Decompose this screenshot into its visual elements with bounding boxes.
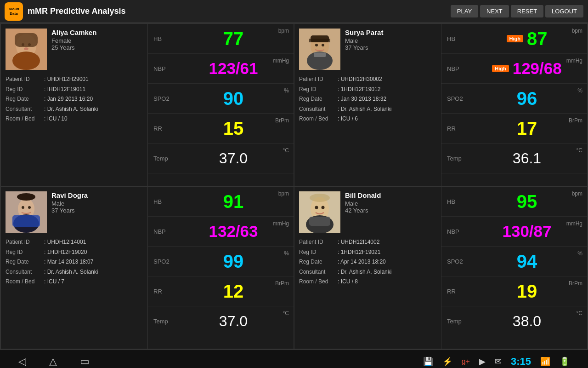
vital-rr-2: RR 17 BrPm — [441, 114, 587, 144]
hb-unit-4: bpm — [572, 190, 582, 197]
patient-name-2: Surya Parat — [345, 29, 383, 36]
header-buttons: PLAY NEXT RESET LOGOUT — [451, 5, 583, 17]
nbp-label-3: NBP — [153, 228, 179, 235]
home-icon[interactable]: △ — [49, 356, 57, 368]
svg-point-25 — [315, 206, 318, 209]
svg-rect-14 — [314, 52, 326, 57]
patient-header-3: Ravi Dogra Male 37 Years — [6, 191, 143, 233]
patient-card-2: Surya Parat Male 37 Years Patient ID: UH… — [294, 24, 587, 186]
svg-rect-11 — [309, 39, 330, 42]
svg-point-5 — [24, 47, 28, 50]
hb-value-2: 87 — [527, 29, 548, 49]
svg-rect-21 — [12, 215, 40, 227]
vital-nbp-2: NBP High 129/68 mmHg — [441, 54, 587, 84]
vital-nbp-1: NBP 123/61 mmHg — [148, 54, 294, 84]
patient-details-3: Patient ID: UHDH12I14001 Reg ID: 1HDH12F… — [6, 237, 143, 287]
vital-rr-3: RR 12 BrPm — [148, 276, 294, 306]
reset-button[interactable]: RESET — [511, 5, 543, 17]
patient-age-2: 37 Years — [345, 44, 383, 51]
patient-card-4: Bill Donald Male 42 Years Patient ID: UH… — [294, 187, 587, 349]
temp-value-2: 36.1 — [513, 150, 541, 167]
spo2-label-1: SPO2 — [153, 95, 179, 102]
patient-gender-3: Male — [51, 200, 88, 207]
recent-apps-icon[interactable]: ▭ — [80, 356, 90, 368]
patient-photo-2 — [299, 29, 340, 70]
hb-label-1: HB — [153, 35, 179, 42]
patient-grid: Aliya Camken Female 25 Years Patient ID:… — [0, 23, 588, 350]
rr-value-4: 19 — [517, 281, 537, 302]
patient-name-block-2: Surya Parat Male 37 Years — [345, 29, 383, 51]
app-title: mMR Predictive Analysis — [28, 6, 451, 16]
rr-unit-3: BrPm — [275, 280, 289, 287]
room-1: : ICU / 10 — [44, 114, 68, 124]
label-pid: Patient ID — [6, 75, 42, 85]
spo2-unit-4: % — [577, 250, 582, 257]
hb-label-3: HB — [153, 198, 179, 205]
vital-nbp-3: NBP 132/63 mmHg — [148, 217, 294, 247]
svg-point-18 — [22, 206, 24, 209]
hb-high-badge-2: High — [507, 35, 523, 42]
hb-value-4: 95 — [517, 191, 537, 212]
rr-label-3: RR — [153, 288, 179, 295]
patient-gender-1: Female — [51, 37, 96, 44]
nbp-value-4: 130/87 — [502, 222, 551, 241]
svg-point-26 — [322, 206, 325, 209]
rr-unit-2: BrPm — [569, 117, 582, 124]
gplus-icon: g+ — [462, 357, 470, 366]
vital-spo2-1: SPO2 90 % — [148, 84, 294, 114]
svg-rect-28 — [309, 217, 330, 226]
nbp-unit-3: mmHg — [273, 220, 289, 227]
svg-point-2 — [12, 52, 40, 70]
vital-spo2-4: SPO2 94 % — [441, 247, 587, 276]
spo2-value-2: 96 — [517, 88, 537, 109]
hb-value-1: 77 — [223, 29, 244, 49]
hb-unit-2: bpm — [572, 28, 582, 34]
vital-hb-2: HB High 87 bpm — [441, 24, 587, 54]
temp-unit-1: °C — [283, 147, 289, 154]
next-button[interactable]: NEXT — [480, 5, 509, 17]
temp-unit-4: °C — [577, 310, 582, 316]
patient-header-2: Surya Parat Male 37 Years — [299, 29, 436, 70]
gmail-icon: ✉ — [495, 356, 502, 367]
spo2-label-3: SPO2 — [153, 258, 179, 265]
patient-photo-1 — [6, 29, 47, 70]
hb-label-4: HB — [447, 198, 472, 205]
vital-nbp-4: NBP 130/87 mmHg — [441, 217, 587, 247]
spo2-value-3: 99 — [223, 251, 244, 272]
bottom-navigation: ◁ △ ▭ 💾 ⚡ g+ ▶ ✉ 3:15 📶 🔋 — [0, 350, 588, 368]
temp-label-4: Temp — [447, 318, 472, 325]
patient-name-4: Bill Donald — [345, 191, 381, 199]
spo2-unit-3: % — [284, 250, 289, 257]
rr-value-3: 12 — [223, 281, 244, 302]
nav-icons-right: 💾 ⚡ g+ ▶ ✉ 3:15 📶 🔋 — [423, 356, 570, 368]
temp-unit-3: °C — [283, 310, 289, 316]
label-rdate: Reg Date — [6, 94, 42, 104]
temp-label-3: Temp — [153, 318, 179, 325]
patient-details-4: Patient ID: UHDH12I14002 Reg ID: 1HDH12F… — [299, 237, 436, 287]
patient-name-3: Ravi Dogra — [51, 191, 88, 199]
vitals-panel-1: HB 77 bpm NBP 123/61 mmHg SPO2 90 % RR 1… — [148, 24, 294, 186]
play-button[interactable]: PLAY — [451, 5, 478, 17]
patient-header-4: Bill Donald Male 42 Years — [299, 191, 436, 233]
spo2-unit-2: % — [577, 87, 582, 94]
vital-hb-3: HB 91 bpm — [148, 187, 294, 217]
patient-details-2: Patient ID: UHDH12H30002 Reg ID: 1HDH12F… — [299, 75, 436, 124]
patient-info-1: Aliya Camken Female 25 Years Patient ID:… — [1, 24, 148, 186]
app-header: KloudData mMR Predictive Analysis PLAY N… — [0, 0, 588, 23]
svg-point-20 — [17, 193, 35, 201]
vital-temp-4: Temp 38.0 °C — [441, 306, 587, 336]
svg-point-12 — [315, 44, 318, 46]
temp-value-1: 37.0 — [219, 150, 248, 167]
patient-name-block-1: Aliya Camken Female 25 Years — [51, 29, 96, 51]
logout-button[interactable]: LOGOUT — [545, 5, 583, 17]
vitals-panel-3: HB 91 bpm NBP 132/63 mmHg SPO2 99 % RR 1… — [148, 187, 294, 349]
back-icon[interactable]: ◁ — [18, 356, 26, 368]
spo2-label-4: SPO2 — [447, 258, 472, 265]
vital-hb-4: HB 95 bpm — [441, 187, 587, 217]
nbp-value-2: 129/68 — [513, 59, 562, 78]
spo2-label-2: SPO2 — [447, 95, 472, 102]
rr-unit-1: BrPm — [275, 117, 289, 124]
battery-icon: 🔋 — [560, 356, 570, 367]
rdate-1: : Jan 29 2013 16:20 — [44, 94, 93, 104]
svg-point-13 — [322, 44, 324, 46]
